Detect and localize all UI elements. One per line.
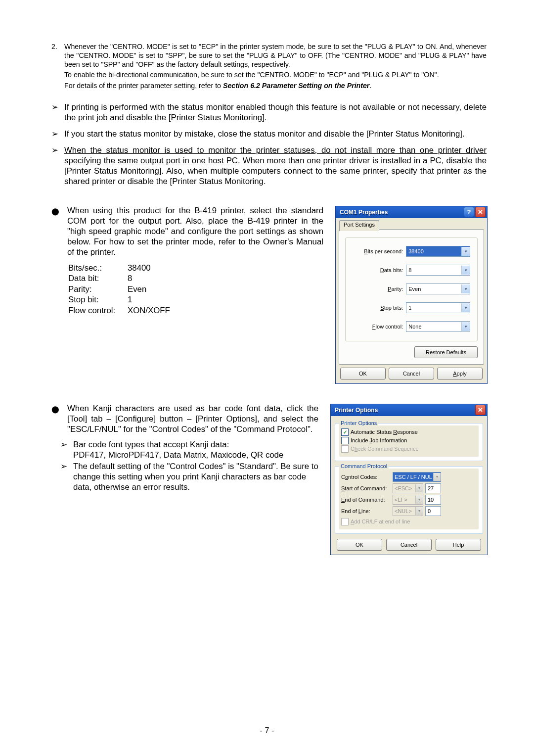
group-legend: Printer Options <box>339 420 378 426</box>
checkbox-icon[interactable] <box>341 437 349 444</box>
start-cmd-sel-val: <ESC> <box>393 485 415 491</box>
end-cmd-num[interactable]: 10 <box>425 495 441 505</box>
start-cmd-label: Start of Command: <box>341 485 391 491</box>
page-number: - 7 - <box>0 726 534 735</box>
bullet-kanji: ⬤ When Kanji characters are used as bar … <box>51 404 318 435</box>
end-line-sel-val: <NUL> <box>393 508 415 514</box>
section-kanji-dialog: Printer Options ✕ Printer Options Automa… <box>330 404 487 555</box>
section-com-text: ⬤ When using this product for the B-419 … <box>51 206 335 316</box>
chevron-body-1: If printing is performed with the status… <box>64 102 487 123</box>
databits-label: Data bits: <box>353 267 406 273</box>
parity-label: Parity: <box>353 286 406 292</box>
close-icon[interactable]: ✕ <box>475 207 486 217</box>
databits-value: 8 <box>406 267 461 273</box>
para-3-prefix: For details of the printer parameter set… <box>64 82 223 90</box>
kanji-sub-2-body: The default setting of the "Control Code… <box>73 462 318 493</box>
end-line-select: <NUL>▾ <box>393 506 423 516</box>
opt-iji[interactable]: Include Job Information <box>341 437 477 444</box>
bps-value: 38400 <box>406 248 461 254</box>
ordered-item-body: Whenever the "CENTRO. MODE" is set to "E… <box>64 43 487 91</box>
start-cmd-num[interactable]: 27 <box>425 483 441 493</box>
end-line-label: End of Line: <box>341 508 391 514</box>
ok-button[interactable]: OK <box>340 368 386 379</box>
cancel-button[interactable]: Cancel <box>386 539 432 551</box>
opt-addcr-label: Add CR/LF at end of line <box>351 519 410 524</box>
para-1: Whenever the "CENTRO. MODE" is set to "E… <box>64 43 487 68</box>
document-page: 2. Whenever the "CENTRO. MODE" is set to… <box>0 0 534 756</box>
chevron-down-icon[interactable]: ▾ <box>461 266 470 275</box>
para-2: To enable the bi-directional communicati… <box>64 71 487 80</box>
para-3: For details of the printer parameter set… <box>64 82 487 91</box>
port-groupbox: Bits per second: 38400 ▾ Data bits: 8▾ <box>345 237 478 341</box>
opt-asr[interactable]: Automatic Status Response <box>341 428 477 436</box>
dialog-body: Printer Options Automatic Status Respons… <box>331 416 487 555</box>
ps-data-v: 8 <box>128 273 132 284</box>
cancel-button[interactable]: Cancel <box>389 368 434 379</box>
end-line-num[interactable]: 0 <box>425 506 441 516</box>
bps-label: Bits per second: <box>353 248 406 254</box>
bullet-com: ⬤ When using this product for the B-419 … <box>51 206 323 258</box>
ps-stop-v: 1 <box>128 294 132 305</box>
tab-strip: Port Settings <box>339 220 484 230</box>
bps-select[interactable]: 38400 ▾ <box>406 246 470 257</box>
chevron-down-icon: ▾ <box>415 496 423 504</box>
section-com: ⬤ When using this product for the B-419 … <box>51 206 487 384</box>
tab-panel: Bits per second: 38400 ▾ Data bits: 8▾ <box>339 229 484 365</box>
para-3-section-ref: Section 6.2 Parameter Setting on the Pri… <box>223 82 369 90</box>
help-button[interactable]: Help <box>436 539 481 551</box>
bullet-kanji-body: When Kanji characters are used as bar co… <box>67 404 318 435</box>
chevron-down-icon: ▾ <box>415 507 423 515</box>
tab-port-settings[interactable]: Port Settings <box>339 220 379 231</box>
ok-button[interactable]: OK <box>337 539 382 551</box>
bullet-icon: ⬤ <box>51 404 67 435</box>
ps-flow-v: XON/XOFF <box>128 305 170 316</box>
printer-options-dialog: Printer Options ✕ Printer Options Automa… <box>330 404 488 555</box>
chevron-down-icon[interactable]: ▾ <box>461 247 470 256</box>
ps-parity-k: Parity: <box>68 284 128 295</box>
com1-properties-dialog: COM1 Properties ? ✕ Port Settings Bits p… <box>335 206 488 384</box>
end-cmd-select: <LF>▾ <box>393 495 423 505</box>
close-icon[interactable]: ✕ <box>475 405 486 415</box>
ordered-item-number: 2. <box>51 43 64 91</box>
ps-bits-v: 38400 <box>128 263 151 274</box>
chevron-item-3: ➢ When the status monitor is used to mon… <box>51 145 487 187</box>
parity-select[interactable]: Even▾ <box>406 284 470 294</box>
control-codes-label: Control Codes: <box>341 474 391 480</box>
databits-select[interactable]: 8▾ <box>406 265 470 276</box>
stopbits-select[interactable]: 1▾ <box>406 302 470 313</box>
help-icon[interactable]: ? <box>464 207 474 217</box>
control-codes-value: ESC / LF / NUL <box>393 474 433 480</box>
port-settings-list: Bits/sec.:38400 Data bit:8 Parity:Even S… <box>68 263 323 316</box>
chevron-down-icon[interactable]: ▾ <box>461 322 470 331</box>
flow-value: None <box>406 324 461 330</box>
chevron-down-icon[interactable]: ▾ <box>461 303 470 312</box>
kanji-sub-2: ➢ The default setting of the "Control Co… <box>60 462 318 493</box>
chevron-down-icon[interactable]: ▾ <box>461 284 470 293</box>
ps-stop-k: Stop bit: <box>68 294 128 305</box>
opt-iji-label: Include Job Information <box>351 437 407 443</box>
kanji-sublist: ➢ Bar code font types that accept Kanji … <box>60 440 318 493</box>
ordered-item-2: 2. Whenever the "CENTRO. MODE" is set to… <box>51 43 487 91</box>
checkbox-icon <box>341 445 349 453</box>
dialog-title: COM1 Properties <box>340 209 464 216</box>
flow-select[interactable]: None▾ <box>406 321 470 332</box>
restore-defaults-button[interactable]: Restore Defaults <box>414 346 478 358</box>
apply-button[interactable]: Apply <box>437 368 483 379</box>
chevron-item-1: ➢ If printing is performed with the stat… <box>51 102 487 123</box>
stopbits-label: Stop bits: <box>353 305 406 311</box>
control-codes-select[interactable]: ESC / LF / NUL ▾ <box>393 472 441 482</box>
kanji-sub-1-l2: PDF417, MicroPDF417, Data Matrix, Maxico… <box>73 450 318 461</box>
chevron-down-icon[interactable]: ▾ <box>433 473 441 481</box>
dialog-titlebar[interactable]: COM1 Properties ? ✕ <box>336 206 487 218</box>
end-cmd-label: End of Command: <box>341 497 391 503</box>
checkbox-icon[interactable] <box>341 428 349 436</box>
dialog-title: Printer Options <box>335 407 475 414</box>
printer-options-group: Printer Options Automatic Status Respons… <box>335 423 483 461</box>
group-legend: Command Protocol <box>339 463 389 469</box>
parity-value: Even <box>406 286 461 292</box>
stopbits-value: 1 <box>406 305 461 311</box>
kanji-sub-1-l1: Bar code font types that accept Kanji da… <box>73 440 318 450</box>
dialog-titlebar[interactable]: Printer Options ✕ <box>331 404 487 416</box>
opt-asr-label: Automatic Status Response <box>351 429 418 435</box>
kanji-sub-1: ➢ Bar code font types that accept Kanji … <box>60 440 318 461</box>
